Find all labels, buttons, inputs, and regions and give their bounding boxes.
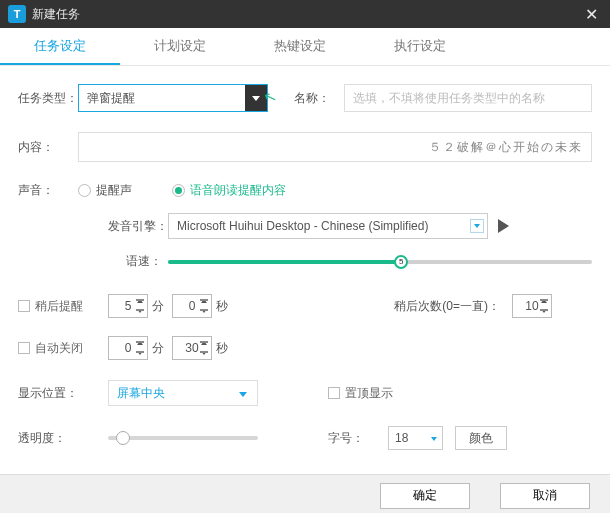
- dialog-footer: 确定 取消: [0, 474, 610, 513]
- name-placeholder: 选填，不填将使用任务类型中的名称: [353, 90, 545, 107]
- stepper-up-icon[interactable]: [135, 338, 145, 348]
- position-label: 显示位置：: [18, 385, 78, 402]
- unit-min: 分: [152, 298, 164, 315]
- speed-slider[interactable]: 5: [168, 260, 592, 264]
- stepper-up-icon[interactable]: [199, 296, 209, 306]
- stepper-up-icon[interactable]: [135, 296, 145, 306]
- unit-min: 分: [152, 340, 164, 357]
- color-button[interactable]: 颜色: [455, 426, 507, 450]
- tab-hotkey-settings[interactable]: 热键设定: [240, 28, 360, 65]
- checkbox-icon: [328, 387, 340, 399]
- checkbox-remind-later[interactable]: 稍后提醒: [18, 298, 108, 315]
- cancel-button[interactable]: 取消: [500, 483, 590, 509]
- later-minutes-spinner[interactable]: 5: [108, 294, 148, 318]
- font-size-combo[interactable]: 18: [388, 426, 443, 450]
- form-content: 任务类型： 弹窗提醒 名称： 选填，不填将使用任务类型中的名称 内容： ５２破解…: [0, 66, 610, 474]
- window-title: 新建任务: [32, 6, 581, 23]
- tts-engine-combo[interactable]: Microsoft Huihui Desktop - Chinese (Simp…: [168, 213, 488, 239]
- position-value: 屏幕中央: [117, 385, 165, 402]
- position-combo[interactable]: 屏幕中央: [108, 380, 258, 406]
- app-logo-icon: T: [8, 5, 26, 23]
- radio-beep-label: 提醒声: [96, 182, 132, 199]
- tts-engine-value: Microsoft Huihui Desktop - Chinese (Simp…: [177, 219, 428, 233]
- checkbox-auto-close[interactable]: 自动关闭: [18, 340, 108, 357]
- unit-sec: 秒: [216, 298, 228, 315]
- unit-sec: 秒: [216, 340, 228, 357]
- speed-slider-thumb[interactable]: 5: [394, 255, 408, 269]
- checkbox-on-top[interactable]: 置顶显示: [328, 385, 393, 402]
- stepper-up-icon[interactable]: [539, 296, 549, 306]
- opacity-label: 透明度：: [18, 430, 78, 447]
- chevron-down-icon[interactable]: [245, 85, 267, 111]
- title-bar: T 新建任务 ✕: [0, 0, 610, 28]
- close-seconds-spinner[interactable]: 30: [172, 336, 212, 360]
- close-minutes-spinner[interactable]: 0: [108, 336, 148, 360]
- task-type-value: 弹窗提醒: [87, 90, 135, 107]
- checkbox-icon: [18, 342, 30, 354]
- font-size-label: 字号：: [328, 430, 368, 447]
- later-count-label: 稍后次数(0=一直)：: [394, 298, 500, 315]
- tab-task-settings[interactable]: 任务设定: [0, 28, 120, 65]
- radio-tts[interactable]: 语音朗读提醒内容: [172, 182, 286, 199]
- stepper-down-icon[interactable]: [199, 348, 209, 358]
- later-count-spinner[interactable]: 10: [512, 294, 552, 318]
- ok-button[interactable]: 确定: [380, 483, 470, 509]
- checkbox-icon: [18, 300, 30, 312]
- name-input[interactable]: 选填，不填将使用任务类型中的名称: [344, 84, 592, 112]
- stepper-up-icon[interactable]: [199, 338, 209, 348]
- play-icon[interactable]: [498, 219, 509, 233]
- speed-label: 语速：: [108, 253, 168, 270]
- stepper-down-icon[interactable]: [135, 306, 145, 316]
- later-seconds-spinner[interactable]: 0: [172, 294, 212, 318]
- stepper-down-icon[interactable]: [199, 306, 209, 316]
- font-size-value: 18: [395, 431, 408, 445]
- tab-bar: 任务设定 计划设定 热键设定 执行设定: [0, 28, 610, 66]
- speed-slider-fill: [168, 260, 401, 264]
- tab-exec-settings[interactable]: 执行设定: [360, 28, 480, 65]
- stepper-down-icon[interactable]: [135, 348, 145, 358]
- content-input[interactable]: ５２破解＠心开始の未来: [78, 132, 592, 162]
- radio-beep[interactable]: 提醒声: [78, 182, 132, 199]
- opacity-slider-thumb[interactable]: [116, 431, 130, 445]
- name-label: 名称：: [294, 90, 334, 107]
- sound-label: 声音：: [18, 182, 78, 199]
- radio-checked-icon: [172, 184, 185, 197]
- close-icon[interactable]: ✕: [581, 5, 602, 24]
- radio-icon: [78, 184, 91, 197]
- task-type-label: 任务类型：: [18, 90, 78, 107]
- content-label: 内容：: [18, 139, 78, 156]
- chevron-down-icon[interactable]: [470, 219, 484, 233]
- radio-tts-label: 语音朗读提醒内容: [190, 182, 286, 199]
- tts-engine-label: 发音引擎：: [108, 218, 168, 235]
- task-type-combo[interactable]: 弹窗提醒: [78, 84, 268, 112]
- opacity-slider[interactable]: [108, 436, 258, 440]
- content-value: ５２破解＠心开始の未来: [429, 139, 583, 156]
- stepper-down-icon[interactable]: [539, 306, 549, 316]
- tab-plan-settings[interactable]: 计划设定: [120, 28, 240, 65]
